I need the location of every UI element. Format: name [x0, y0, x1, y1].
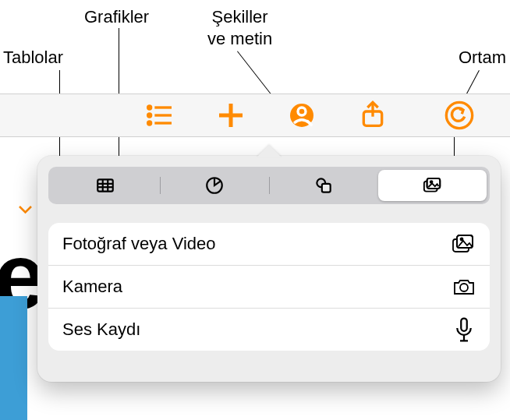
- bg-image-fragment: [0, 296, 27, 420]
- insert-popover: Fotoğraf veya Video Kamera Ses Kaydı: [37, 156, 501, 382]
- share-icon[interactable]: [357, 100, 388, 131]
- collaborate-icon[interactable]: [286, 100, 317, 131]
- media-gallery-icon: [423, 175, 443, 196]
- dropdown-indicator[interactable]: [16, 199, 39, 222]
- pie-chart-icon: [204, 175, 225, 196]
- camera-icon: [452, 277, 476, 297]
- svg-rect-20: [322, 184, 331, 192]
- svg-point-3: [148, 106, 151, 109]
- list-icon[interactable]: [144, 100, 175, 131]
- callout-charts: Grafikler: [84, 6, 149, 28]
- callout-shapes-text: Şekiller ve metin: [207, 6, 272, 49]
- table-grid-icon: [95, 175, 115, 196]
- option-label: Kamera: [62, 277, 122, 297]
- microphone-icon: [452, 319, 476, 340]
- add-icon[interactable]: [215, 100, 246, 131]
- option-label: Fotoğraf veya Video: [62, 234, 216, 254]
- tab-media[interactable]: [378, 170, 487, 201]
- svg-rect-30: [461, 318, 467, 330]
- option-audio-recording[interactable]: Ses Kaydı: [48, 309, 490, 351]
- option-label: Ses Kaydı: [62, 319, 140, 340]
- photo-gallery-icon: [452, 234, 476, 254]
- svg-point-29: [460, 284, 468, 291]
- callout-tables: Tablolar: [3, 47, 63, 69]
- shapes-icon: [313, 175, 334, 196]
- media-options-list: Fotoğraf veya Video Kamera Ses Kaydı: [48, 223, 490, 351]
- undo-icon[interactable]: [444, 100, 475, 131]
- tab-shapes[interactable]: [270, 170, 378, 201]
- tab-charts[interactable]: [161, 170, 269, 201]
- option-photo-video[interactable]: Fotoğraf veya Video: [48, 223, 490, 266]
- insert-tabstrip: [48, 167, 490, 204]
- svg-rect-13: [98, 179, 114, 191]
- app-toolbar: [0, 94, 510, 137]
- svg-point-28: [461, 238, 463, 241]
- svg-point-12: [446, 102, 472, 128]
- svg-point-5: [148, 122, 151, 125]
- svg-point-4: [148, 114, 151, 117]
- option-camera[interactable]: Kamera: [48, 266, 490, 309]
- callout-media: Ortam: [459, 47, 506, 69]
- tab-tables[interactable]: [51, 170, 160, 201]
